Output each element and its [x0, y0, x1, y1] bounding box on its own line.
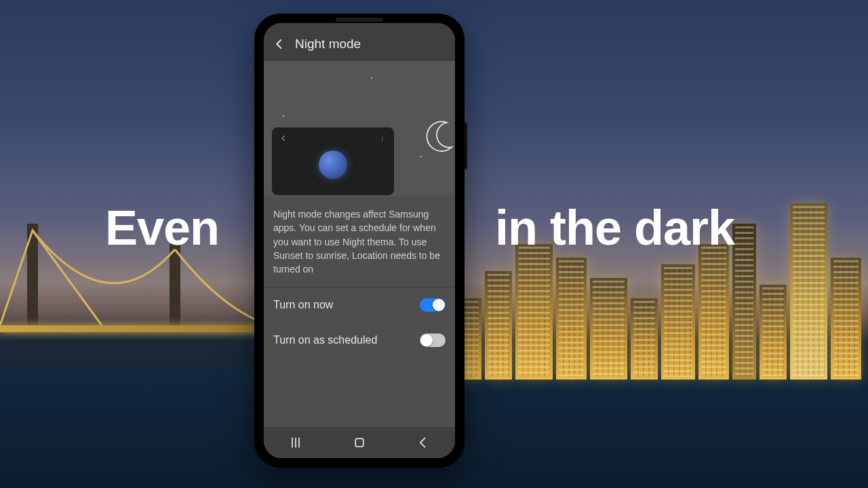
planet-icon — [319, 150, 347, 179]
promo-scene: Even in the dark Night mode — [0, 0, 868, 488]
page-title: Night mode — [295, 37, 361, 52]
description-text: Night mode changes affect Samsung apps. … — [264, 197, 455, 287]
svg-rect-3 — [355, 439, 363, 447]
phone-frame: Night mode — [254, 14, 465, 468]
svg-point-2 — [382, 140, 382, 140]
svg-point-1 — [382, 138, 382, 138]
setting-label: Turn on as scheduled — [273, 334, 377, 346]
phone-speaker — [336, 18, 383, 22]
toggle-turn-on-scheduled[interactable] — [420, 333, 446, 347]
preview-card — [272, 127, 394, 195]
night-mode-illustration — [264, 61, 455, 197]
setting-turn-on-now[interactable]: Turn on now — [264, 287, 455, 323]
back-button[interactable] — [414, 434, 432, 451]
app-header: Night mode — [264, 23, 455, 61]
spacer — [264, 358, 455, 427]
more-vert-icon — [379, 134, 386, 144]
toggle-turn-on-now[interactable] — [420, 298, 446, 312]
android-nav-bar — [264, 427, 455, 458]
back-icon[interactable] — [273, 38, 285, 50]
svg-point-0 — [382, 136, 382, 136]
moon-icon — [420, 115, 455, 155]
setting-label: Turn on now — [273, 299, 333, 311]
phone-screen: Night mode — [264, 23, 455, 458]
tagline-left: Even — [105, 203, 219, 252]
chevron-left-icon — [280, 134, 287, 144]
recents-button[interactable] — [287, 434, 304, 451]
home-button[interactable] — [351, 434, 368, 451]
tagline-right: in the dark — [495, 203, 734, 252]
setting-turn-on-scheduled[interactable]: Turn on as scheduled — [264, 323, 455, 358]
